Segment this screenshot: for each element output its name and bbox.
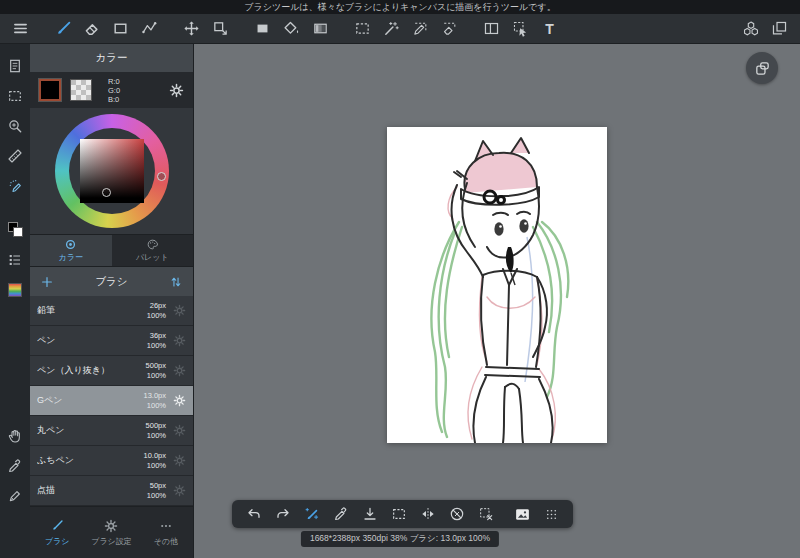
new-document-button[interactable]: [2, 52, 28, 79]
redo-button[interactable]: [268, 502, 297, 526]
canvas-area[interactable]: 1668*2388px 350dpi 38% ブラシ: 13.0px 100%: [194, 44, 800, 558]
gradient-chip-button[interactable]: [2, 276, 28, 303]
rgb-r-value: R:0: [108, 77, 120, 86]
reference-image-button[interactable]: [508, 502, 537, 526]
split-view-button[interactable]: [477, 16, 506, 42]
color-settings-button[interactable]: [169, 83, 184, 98]
tab-color[interactable]: カラー: [30, 235, 112, 266]
fill-rect-tool-button[interactable]: [248, 16, 277, 42]
drag-handle-icon: [544, 507, 559, 522]
save-button[interactable]: [355, 502, 384, 526]
move-tool-button[interactable]: [177, 16, 206, 42]
magic-wand-tool-button[interactable]: [377, 16, 406, 42]
tab-others[interactable]: その他: [139, 507, 193, 558]
side-panel: カラー R:0 G:0 B:0 カラー パレット: [30, 44, 194, 558]
status-bar: 1668*2388px 350dpi 38% ブラシ: 13.0px 100%: [301, 531, 499, 547]
canvas-view-toggle-button[interactable]: [746, 52, 778, 84]
quick-eyedropper-button[interactable]: [326, 502, 355, 526]
current-color-swatch[interactable]: [39, 79, 61, 101]
zoom-button[interactable]: [2, 112, 28, 139]
eraser-tool-button[interactable]: [77, 16, 106, 42]
plus-icon: [40, 275, 54, 289]
hand-tool-button[interactable]: [2, 422, 28, 449]
deselect-icon: [478, 506, 494, 522]
brush-list-item[interactable]: 鉛筆 26px100%: [30, 296, 193, 326]
ruler-button[interactable]: [2, 142, 28, 169]
save-icon: [362, 506, 378, 522]
polyline-tool-button[interactable]: [135, 16, 164, 42]
shape-tool-button[interactable]: [106, 16, 135, 42]
brush-list-item-selected[interactable]: Gペン 13.0px100%: [30, 386, 193, 416]
left-icon-strip: [0, 44, 30, 558]
document-icon: [7, 58, 23, 74]
tab-brush[interactable]: ブラシ: [30, 507, 84, 558]
brush-settings-button[interactable]: [173, 394, 186, 407]
gradient-tool-button[interactable]: [306, 16, 335, 42]
saturation-value-square[interactable]: [80, 139, 144, 203]
brush-panel-header: ブラシ: [30, 266, 193, 296]
draw-disable-button[interactable]: [442, 502, 471, 526]
flip-horizontal-button[interactable]: [413, 502, 442, 526]
materials-button[interactable]: [736, 16, 765, 42]
ellipsis-icon: [159, 519, 173, 533]
brush-list-item[interactable]: ペン（入り抜き） 500px100%: [30, 356, 193, 386]
quick-select-button[interactable]: [384, 502, 413, 526]
frames-icon: [754, 60, 771, 77]
pen-tool-button[interactable]: [2, 482, 28, 509]
menu-button[interactable]: [6, 16, 35, 42]
select-tool-button[interactable]: [348, 16, 377, 42]
add-brush-button[interactable]: [40, 275, 54, 289]
brush-list-item[interactable]: ペン 36px100%: [30, 326, 193, 356]
drawing-canvas[interactable]: [387, 127, 607, 443]
color-set-button[interactable]: [2, 246, 28, 273]
medibang-paint-app: ブラシツールは、様々なブラシによりキャンバスに描画を行うツールです。 T: [0, 0, 800, 558]
quick-brush-button[interactable]: [297, 502, 326, 526]
select-move-button[interactable]: [506, 16, 535, 42]
gear-icon: [104, 519, 118, 533]
brush-list-item[interactable]: ふちペン 10.0px100%: [30, 446, 193, 476]
brush-settings-button[interactable]: [173, 364, 186, 377]
brush-values: 10.0px100%: [143, 451, 166, 471]
color-panel-title: カラー: [30, 44, 193, 72]
tab-color-label: カラー: [59, 252, 83, 263]
sv-indicator[interactable]: [102, 188, 111, 197]
tab-brush-settings-label: ブラシ設定: [91, 536, 132, 547]
brush-sparkle-icon: [303, 506, 320, 523]
brush-name: ふちペン: [37, 454, 143, 467]
tab-palette[interactable]: パレット: [112, 235, 194, 266]
tool-tooltip-text: ブラシツールは、様々なブラシによりキャンバスに描画を行うツールです。: [0, 0, 800, 14]
brush-tool-button[interactable]: [48, 16, 77, 42]
foreground-background-chip: [8, 222, 23, 237]
deselect-button[interactable]: [471, 502, 500, 526]
quick-toolbar: [232, 500, 573, 528]
layers-button[interactable]: [765, 16, 794, 42]
transparent-color-swatch[interactable]: [70, 79, 92, 101]
brush-list-item[interactable]: 点描 50px100%: [30, 476, 193, 506]
bucket-tool-button[interactable]: [277, 16, 306, 42]
select-pen-tool-button[interactable]: [406, 16, 435, 42]
brush-list: 鉛筆 26px100% ペン 36px100% ペン（入り抜き） 500px10…: [30, 296, 193, 506]
brush-settings-button[interactable]: [173, 484, 186, 497]
hand-icon: [7, 428, 23, 444]
brush-settings-button[interactable]: [173, 304, 186, 317]
sort-brushes-button[interactable]: [169, 275, 183, 289]
brush-list-item[interactable]: 丸ペン 500px100%: [30, 416, 193, 446]
undo-button[interactable]: [239, 502, 268, 526]
color-swatch-row: R:0 G:0 B:0: [30, 72, 193, 108]
select-panel-button[interactable]: [2, 82, 28, 109]
select-eraser-tool-button[interactable]: [435, 16, 464, 42]
airbrush-button[interactable]: [2, 172, 28, 199]
hue-indicator[interactable]: [157, 172, 166, 181]
fg-bg-color-button[interactable]: [2, 216, 28, 243]
brush-settings-button[interactable]: [173, 454, 186, 467]
brush-values: 26px100%: [147, 301, 166, 321]
text-tool-button[interactable]: T: [535, 16, 564, 42]
transform-tool-button[interactable]: [206, 16, 235, 42]
toolbar-drag-handle[interactable]: [537, 502, 566, 526]
tab-brush-settings[interactable]: ブラシ設定: [84, 507, 138, 558]
fill-rect-icon: [254, 20, 271, 37]
eyedropper-tool-button[interactable]: [2, 452, 28, 479]
rgb-g-value: G:0: [108, 86, 120, 95]
brush-settings-button[interactable]: [173, 334, 186, 347]
brush-settings-button[interactable]: [173, 424, 186, 437]
